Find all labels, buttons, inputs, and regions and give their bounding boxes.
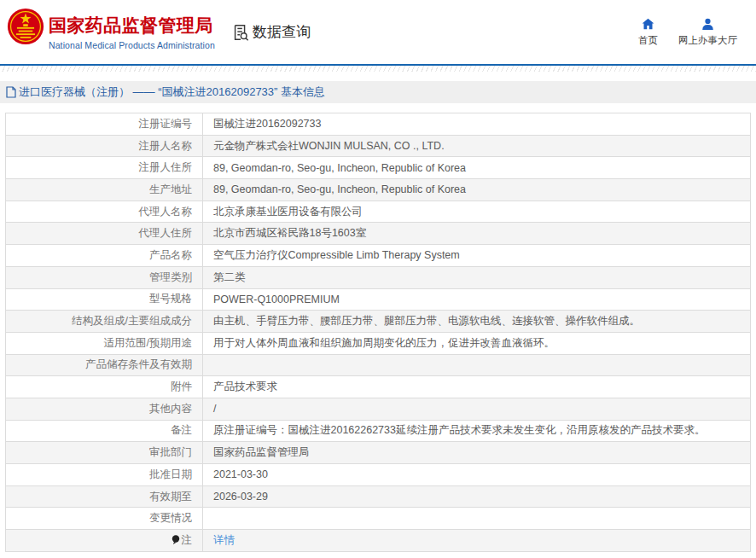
nav-service-hall[interactable]: 网上办事大厅 — [678, 18, 737, 47]
detail-link[interactable]: 详情 — [213, 534, 235, 546]
field-value: 国械注进20162092733 — [203, 113, 751, 136]
table-row: 产品储存条件及有效期 — [6, 354, 751, 376]
header-nav: 首页 网上办事大厅 — [638, 18, 737, 47]
field-label: 审批部门 — [6, 442, 203, 464]
table-row: 型号规格POWER-Q1000PREMIUM — [6, 288, 751, 311]
data-query-label: 数据查询 — [253, 22, 311, 42]
table-row: 适用范围/预期用途用于对人体外周血液和组织施加周期变化的压力，促进并改善血液循环… — [6, 332, 751, 354]
table-row: 结构及组成/主要组成成分由主机、手臂压力带、腰部压力带、腿部压力带、电源软电线、… — [6, 311, 751, 333]
field-value — [203, 354, 751, 376]
field-value: 89, Geomdan-ro, Seo-gu, Incheon, Republi… — [203, 179, 751, 201]
site-subtitle: National Medical Products Administration — [49, 40, 215, 50]
data-query-tab[interactable]: 数据查询 — [231, 22, 311, 42]
field-label: 代理人住所 — [6, 223, 203, 245]
field-value: 由主机、手臂压力带、腰部压力带、腿部压力带、电源软电线、连接软管、操作软件组成。 — [203, 311, 751, 333]
field-value: 详情 — [203, 530, 751, 552]
nav-service-hall-label: 网上办事大厅 — [678, 34, 737, 47]
hatch-band — [0, 66, 756, 72]
table-row: 代理人住所北京市西城区裕民路18号1603室 — [6, 223, 751, 245]
table-row: 注册人住所89, Geomdan-ro, Seo-gu, Incheon, Re… — [6, 157, 751, 179]
field-label: 注册人住所 — [6, 157, 203, 179]
registration-info-table: 注册证编号国械注进20162092733注册人名称元金物产株式会社WONJIN … — [5, 113, 751, 552]
field-value: 空气压力治疗仪Compressible Limb Therapy System — [203, 245, 751, 267]
field-label: 产品名称 — [6, 245, 203, 267]
field-value: 2021-03-30 — [203, 464, 751, 486]
field-value: 北京承康基业医用设备有限公司 — [203, 201, 751, 223]
field-label: 其他内容 — [6, 398, 203, 420]
table-row: 代理人名称北京承康基业医用设备有限公司 — [6, 201, 751, 223]
field-label: 注册证编号 — [6, 113, 203, 136]
national-emblem-icon — [7, 8, 44, 45]
document-search-icon — [231, 23, 250, 42]
site-header: 国家药品监督管理局 National Medical Products Admi… — [0, 0, 756, 64]
field-label: 结构及组成/主要组成成分 — [6, 311, 203, 333]
table-row: 其他内容/ — [6, 398, 751, 420]
field-label: 注 — [6, 530, 203, 552]
field-label: 注册人名称 — [6, 135, 203, 157]
field-label: 型号规格 — [6, 288, 203, 311]
field-label: 批准日期 — [6, 464, 203, 486]
field-label: 有效期至 — [6, 485, 203, 508]
field-label: 代理人名称 — [6, 201, 203, 223]
table-row: 产品名称空气压力治疗仪Compressible Limb Therapy Sys… — [6, 245, 751, 267]
field-label: 产品储存条件及有效期 — [6, 354, 203, 376]
field-value: 第二类 — [203, 266, 751, 288]
field-value: 北京市西城区裕民路18号1603室 — [203, 223, 751, 245]
pin-icon — [172, 535, 180, 544]
table-row: 有效期至2026-03-29 — [6, 485, 751, 508]
field-value: 用于对人体外周血液和组织施加周期变化的压力，促进并改善血液循环。 — [203, 332, 751, 354]
field-label: 管理类别 — [6, 266, 203, 288]
breadcrumb-text: 进口医疗器械（注册） —— “国械注进20162092733” 基本信息 — [19, 84, 325, 100]
table-row: 注册证编号国械注进20162092733 — [6, 113, 751, 136]
field-value — [203, 508, 751, 530]
field-label: 生产地址 — [6, 179, 203, 201]
field-value: 元金物产株式会社WONJIN MULSAN, CO ., LTD. — [203, 135, 751, 157]
field-value: POWER-Q1000PREMIUM — [203, 288, 751, 311]
table-row: 审批部门国家药品监督管理局 — [6, 442, 751, 464]
field-label: 适用范围/预期用途 — [6, 332, 203, 354]
home-icon — [642, 18, 654, 30]
table-row: 注详情 — [6, 530, 751, 552]
breadcrumb: 进口医疗器械（注册） —— “国械注进20162092733” 基本信息 — [0, 81, 756, 103]
field-value: 2026-03-29 — [203, 485, 751, 508]
field-value: 国家药品监督管理局 — [203, 442, 751, 464]
field-value: 原注册证编号：国械注进20162262733延续注册产品技术要求未发生变化，沿用… — [203, 420, 751, 442]
field-label: 变更情况 — [6, 508, 203, 530]
field-label: 附件 — [6, 376, 203, 398]
page-icon — [6, 86, 16, 98]
table-row: 生产地址89, Geomdan-ro, Seo-gu, Incheon, Rep… — [6, 179, 751, 201]
site-logo: 国家药品监督管理局 National Medical Products Admi… — [7, 6, 215, 50]
field-value: 产品技术要求 — [203, 376, 751, 398]
table-row: 注册人名称元金物产株式会社WONJIN MULSAN, CO ., LTD. — [6, 135, 751, 157]
nav-home[interactable]: 首页 — [638, 18, 658, 47]
field-value: / — [203, 398, 751, 420]
field-value: 89, Geomdan-ro, Seo-gu, Incheon, Republi… — [203, 157, 751, 179]
site-title: 国家药品监督管理局 — [49, 14, 215, 38]
nav-home-label: 首页 — [638, 34, 658, 47]
table-row: 备注原注册证编号：国械注进20162262733延续注册产品技术要求未发生变化，… — [6, 420, 751, 442]
table-row: 批准日期2021-03-30 — [6, 464, 751, 486]
person-icon — [701, 18, 714, 30]
table-row: 管理类别第二类 — [6, 266, 751, 288]
table-row: 变更情况 — [6, 508, 751, 530]
table-row: 附件产品技术要求 — [6, 376, 751, 398]
field-label: 备注 — [6, 420, 203, 442]
